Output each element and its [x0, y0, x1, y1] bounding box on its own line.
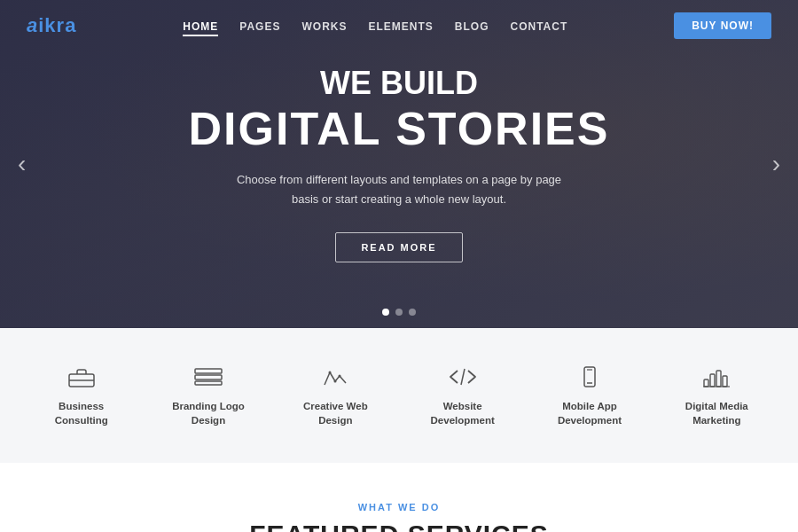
smartphone-icon: [572, 364, 607, 390]
chart-bar-icon: [699, 364, 734, 390]
service-item-branding[interactable]: Branding LogoDesign: [145, 355, 271, 436]
svg-rect-15: [723, 376, 727, 387]
nav-item-works[interactable]: WORKS: [301, 18, 347, 34]
svg-rect-14: [716, 371, 721, 387]
nav-link-contact[interactable]: CONTACT: [510, 20, 567, 33]
slider-next-button[interactable]: ›: [763, 141, 789, 187]
service-label-consulting: BusinessConsulting: [55, 399, 108, 427]
nav-item-pages[interactable]: PAGES: [239, 18, 280, 34]
slider-dot-3[interactable]: [409, 309, 416, 316]
nav-link-blog[interactable]: BLOG: [455, 20, 489, 33]
hero-title-line2: DIGITAL STORIES: [189, 104, 610, 154]
briefcase-icon: [64, 364, 99, 390]
navbar: aikra HOME PAGES WORKS ELEMENTS BLOG CON…: [0, 0, 798, 51]
featured-services-section: WHAT WE DO FEATURED SERVICES Lorem Ipsum…: [0, 463, 798, 532]
service-item-webdev[interactable]: WebsiteDevelopment: [399, 355, 526, 436]
nav-link-works[interactable]: WORKS: [301, 20, 347, 33]
services-bar-inner: BusinessConsulting Branding LogoDesign: [18, 355, 780, 436]
svg-point-5: [329, 372, 332, 374]
service-item-webdesign[interactable]: Creative WebDesign: [272, 355, 399, 436]
nav-link-elements[interactable]: ELEMENTS: [368, 20, 433, 33]
services-bar: BusinessConsulting Branding LogoDesign: [0, 328, 798, 463]
service-label-mobileapp: Mobile AppDevelopment: [558, 399, 622, 427]
service-label-marketing: Digital MediaMarketing: [685, 399, 748, 427]
hero-content: WE BUILD DIGITAL STORIES Choose from dif…: [189, 66, 610, 263]
svg-rect-3: [195, 375, 222, 379]
hero-section: aikra HOME PAGES WORKS ELEMENTS BLOG CON…: [0, 0, 798, 328]
service-label-webdesign: Creative WebDesign: [303, 399, 368, 427]
hero-description: Choose from different layouts and templa…: [189, 170, 610, 209]
logo-icon: a: [27, 14, 38, 36]
slider-dots: [382, 309, 416, 316]
svg-rect-13: [710, 374, 715, 387]
logo[interactable]: aikra: [27, 14, 76, 37]
nav-link-home[interactable]: HOME: [183, 20, 218, 36]
nav-item-contact[interactable]: CONTACT: [510, 18, 567, 34]
pen-tool-icon: [317, 364, 353, 390]
nav-item-blog[interactable]: BLOG: [455, 18, 489, 34]
svg-rect-12: [704, 379, 708, 387]
buy-now-button[interactable]: BUY NOW!: [674, 12, 771, 39]
nav-item-home[interactable]: HOME: [183, 18, 218, 34]
service-item-mobileapp[interactable]: Mobile AppDevelopment: [526, 355, 653, 436]
logo-text: ikra: [38, 14, 76, 36]
service-label-webdev: WebsiteDevelopment: [431, 399, 495, 427]
service-label-branding: Branding LogoDesign: [172, 399, 245, 427]
nav-link-pages[interactable]: PAGES: [239, 20, 280, 33]
slider-prev-button[interactable]: ‹: [9, 141, 35, 187]
hero-title-line1: WE BUILD: [189, 66, 610, 101]
section-title: FEATURED SERVICES: [18, 520, 780, 532]
read-more-button[interactable]: READ MORE: [335, 232, 462, 262]
code-icon: [445, 364, 481, 390]
svg-point-7: [339, 375, 341, 378]
layers-icon: [191, 364, 226, 390]
svg-line-8: [461, 369, 465, 385]
service-item-marketing[interactable]: Digital MediaMarketing: [653, 355, 780, 436]
svg-rect-4: [195, 381, 222, 385]
service-item-consulting[interactable]: BusinessConsulting: [18, 355, 145, 436]
nav-links: HOME PAGES WORKS ELEMENTS BLOG CONTACT: [183, 18, 567, 34]
slider-dot-2[interactable]: [395, 309, 403, 316]
section-eyebrow: WHAT WE DO: [18, 502, 780, 512]
svg-rect-2: [195, 369, 222, 373]
svg-point-6: [334, 380, 337, 383]
nav-item-elements[interactable]: ELEMENTS: [368, 18, 433, 34]
slider-dot-1[interactable]: [382, 309, 389, 316]
